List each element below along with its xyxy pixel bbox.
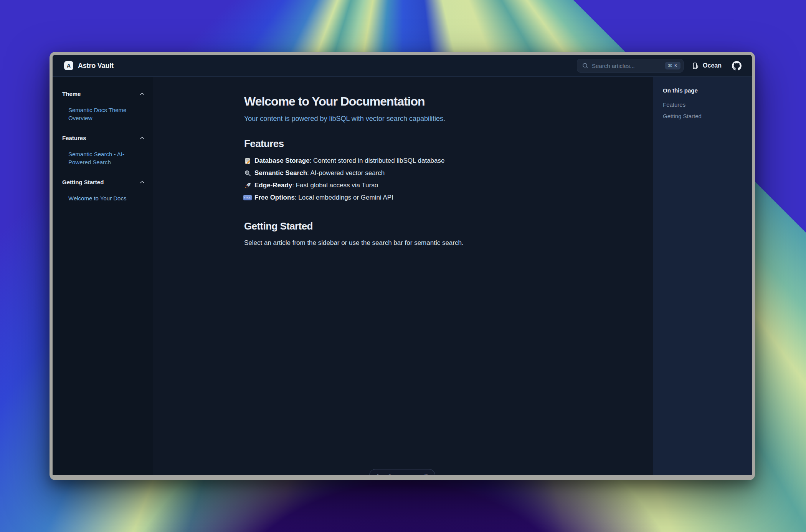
- sidebar-section-header-features[interactable]: Features: [62, 135, 144, 141]
- chevron-up-icon: [140, 181, 144, 183]
- list-item: Semantic Docs Theme Overview: [62, 106, 144, 122]
- sidebar-section-label: Features: [62, 135, 86, 141]
- app-title: Astro Vault: [78, 62, 114, 70]
- on-this-page-heading: On this page: [663, 87, 745, 94]
- toc-link-getting-started[interactable]: Getting Started: [663, 113, 702, 119]
- feature-text: Free Options: Local embeddings or Gemini…: [254, 194, 393, 202]
- sidebar-section-header-theme[interactable]: Theme: [62, 91, 144, 97]
- main-content: Welcome to Your Documentation Your conte…: [153, 77, 653, 475]
- on-this-page-panel: On this page Features Getting Started: [653, 77, 752, 475]
- memo-emoji-icon: [244, 157, 251, 164]
- feature-item: FREE Free Options: Local embeddings or G…: [244, 192, 562, 204]
- feature-item: Database Storage: Content stored in dist…: [244, 155, 562, 167]
- sidebar-section-label: Theme: [62, 91, 81, 97]
- list-item: Semantic Search - AI-Powered Search: [62, 150, 144, 166]
- sidebar-item-semantic-search[interactable]: Semantic Search - AI-Powered Search: [62, 150, 144, 166]
- page-subtitle: Your content is powered by libSQL with v…: [244, 114, 562, 124]
- sidebar-section-features: Features Semantic Search - AI-Powered Se…: [62, 135, 144, 166]
- features-heading: Features: [244, 137, 562, 150]
- feature-text: Database Storage: Content stored in dist…: [254, 157, 445, 165]
- getting-started-paragraph: Select an article from the sidebar or us…: [244, 238, 562, 248]
- toc-link-features[interactable]: Features: [663, 101, 685, 108]
- feature-item: Semantic Search: AI-powered vector searc…: [244, 167, 562, 179]
- rocket-emoji-icon: [244, 182, 251, 189]
- sidebar-section-header-getting-started[interactable]: Getting Started: [62, 179, 144, 185]
- chevron-up-icon: [140, 137, 144, 139]
- pencil-icon[interactable]: ✎: [388, 473, 393, 480]
- feature-text: Semantic Search: AI-powered vector searc…: [254, 169, 385, 177]
- list-item: Welcome to Your Docs: [62, 194, 144, 202]
- gear-icon[interactable]: ⚙: [424, 473, 429, 480]
- feature-text: Edge-Ready: Fast global access via Turso: [254, 182, 378, 189]
- sidebar-section-theme: Theme Semantic Docs Theme Overview: [62, 91, 144, 122]
- github-icon: [732, 61, 742, 71]
- search-input[interactable]: [592, 63, 665, 69]
- sidebar-item-welcome-to-your-docs[interactable]: Welcome to Your Docs: [62, 194, 144, 202]
- text-size-icon[interactable]: A: [376, 473, 380, 480]
- sidebar-section-label: Getting Started: [62, 179, 104, 185]
- chevron-up-icon: [140, 93, 144, 95]
- free-button-emoji-icon: FREE: [244, 194, 251, 201]
- getting-started-heading: Getting Started: [244, 220, 562, 233]
- theme-selector-button[interactable]: Ocean: [692, 62, 722, 69]
- search-bar[interactable]: ⌘ K: [577, 59, 684, 73]
- theme-swatches-icon: [692, 62, 699, 69]
- app-logo: A: [64, 61, 73, 70]
- list-item: Features: [663, 101, 745, 108]
- magnifying-glass-emoji-icon: [244, 170, 251, 177]
- minus-icon[interactable]: —: [401, 473, 407, 480]
- app-header: A Astro Vault ⌘ K: [53, 55, 752, 76]
- sidebar-item-semantic-docs-theme-overview[interactable]: Semantic Docs Theme Overview: [62, 106, 144, 122]
- page-title: Welcome to Your Documentation: [244, 93, 562, 109]
- list-item: Getting Started: [663, 113, 745, 120]
- feature-list: Database Storage: Content stored in dist…: [244, 155, 562, 204]
- app-window: A Astro Vault ⌘ K: [50, 52, 755, 480]
- floating-toolbar[interactable]: A ✎ — ⚙: [369, 469, 435, 480]
- search-icon: [582, 63, 588, 69]
- desktop-wallpaper: A Astro Vault ⌘ K: [0, 0, 806, 532]
- github-link[interactable]: [732, 61, 742, 71]
- theme-name-label: Ocean: [703, 62, 722, 69]
- toolbar-divider: [415, 473, 415, 480]
- feature-item: Edge-Ready: Fast global access via Turso: [244, 179, 562, 192]
- search-shortcut-badge: ⌘ K: [665, 62, 680, 69]
- sidebar-nav: Theme Semantic Docs Theme Overview Featu…: [53, 77, 153, 475]
- sidebar-section-getting-started: Getting Started Welcome to Your Docs: [62, 179, 144, 202]
